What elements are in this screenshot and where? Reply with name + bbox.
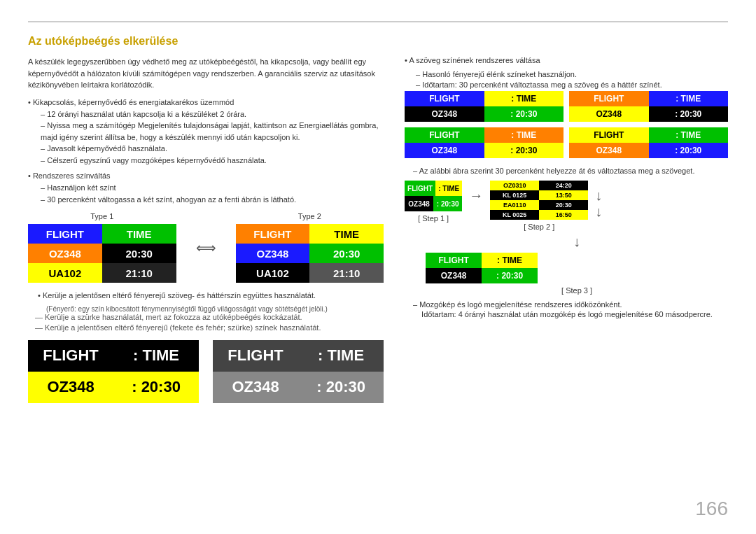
bidirectional-arrow-icon: ⟺ xyxy=(196,239,216,256)
sub-bullet-5: Használjon két színt xyxy=(28,182,384,194)
board-row: FLIGHT : TIME xyxy=(28,340,199,372)
mini-cell: OZ348 xyxy=(426,268,482,283)
big-cell-flight2: FLIGHT xyxy=(213,340,298,372)
step3-area: ↓ FLIGHT : TIME OZ348 : 20:30 [ Step 3 ] xyxy=(426,234,728,295)
section-title: Az utóképbeégés elkerülése xyxy=(28,35,728,48)
big-cell-2030-2: : 20:30 xyxy=(298,372,384,403)
bullet-szinvaltas: Rendszeres színváltás Használjon két szí… xyxy=(28,171,384,205)
mini-board-4: FLIGHT : TIME OZ348 : 20:30 xyxy=(569,127,728,158)
mini-cell: : TIME xyxy=(649,91,728,106)
step2-cell: 16:50 xyxy=(539,210,588,220)
mini-cell: FLIGHT xyxy=(405,91,484,106)
mini-cell: OZ348 xyxy=(405,196,433,211)
cell-flight-blue: FLIGHT xyxy=(28,224,102,244)
big-cell-flight: FLIGHT xyxy=(28,340,113,372)
content-row: A készülék legegyszerűbben úgy védhető m… xyxy=(28,56,728,403)
down-arrow-icon: ↓ xyxy=(426,234,728,250)
right-column: A szöveg színének rendszeres váltása Has… xyxy=(405,56,728,403)
step2-label: [ Step 2 ] xyxy=(490,223,588,231)
right-sub-2: Időtartam: 30 percenként változtassa meg… xyxy=(405,80,728,89)
board-row: OZ348 : 20:30 xyxy=(213,372,384,403)
type2-label: Type 2 xyxy=(236,212,384,220)
step2-board: OZ0310 24:20 KL 0125 13:50 EA0110 20:30 xyxy=(490,181,588,220)
mini-cell: FLIGHT xyxy=(569,127,648,143)
step1-board: FLIGHT : TIME OZ348 : 20:30 xyxy=(405,181,462,211)
cell-time-green2: 20:30 xyxy=(309,244,384,263)
mini-cell: OZ348 xyxy=(405,106,484,122)
right-bottom-note: Mozgókép és logó megjelenítése rendszere… xyxy=(405,300,728,309)
warn-row-1: Kerülje a szürke használatát, mert az fo… xyxy=(28,313,384,321)
mini-cell: : 20:30 xyxy=(484,143,564,158)
sub-bullet-3: Javasolt képernyővédő használata. xyxy=(28,143,384,155)
cell-ua-yellow: UA102 xyxy=(28,263,102,283)
arrow-down-icon: ↓ xyxy=(595,188,602,204)
bottom-boards-row: FLIGHT : TIME OZ348 : 20:30 FLIGHT : TIM… xyxy=(28,340,384,403)
step2-cell: KL 0125 xyxy=(490,190,539,200)
big-cell-oz: OZ348 xyxy=(28,372,113,403)
type1-block: Type 1 FLIGHT TIME OZ348 20:30 UA102 21: xyxy=(28,212,176,283)
big-board-1: FLIGHT : TIME OZ348 : 20:30 xyxy=(28,340,199,403)
mini-cell: : 20:30 xyxy=(433,196,462,211)
step2-cell: 20:30 xyxy=(539,200,588,210)
big-board-2: FLIGHT : TIME OZ348 : 20:30 xyxy=(213,340,384,403)
cell-time-yellow: TIME xyxy=(309,224,384,244)
step3-board: FLIGHT : TIME OZ348 : 20:30 xyxy=(426,253,538,283)
mini-cell: FLIGHT xyxy=(569,91,648,106)
mini-cell: OZ348 xyxy=(569,106,648,122)
board-row: OZ348 20:30 xyxy=(28,244,176,263)
arrow-down-icon2: ↓ xyxy=(595,204,602,220)
cell-oz-blue: OZ348 xyxy=(236,244,310,263)
step3-label: [ Step 3 ] xyxy=(426,286,728,295)
board-row: FLIGHT TIME xyxy=(236,224,384,244)
arrow-area: ⟺ xyxy=(190,212,222,283)
step2-block: OZ0310 24:20 KL 0125 13:50 EA0110 20:30 xyxy=(490,181,588,231)
left-column: A készülék legegyszerűbben úgy védhető m… xyxy=(28,56,384,403)
page-number: 166 xyxy=(695,498,728,520)
top-separator xyxy=(28,21,728,22)
cell-time-dark: 21:10 xyxy=(102,263,176,283)
mini-cell: FLIGHT xyxy=(405,181,435,196)
big-cell-2030: : 20:30 xyxy=(113,372,199,403)
step-note: Az alábbi ábra szerint 30 percenként hel… xyxy=(405,167,728,175)
sub-bullet-6: 30 percenként váltogassa a két színt, ah… xyxy=(28,194,384,206)
double-down-arrow-icon: ↓ ↓ xyxy=(595,181,602,220)
type1-label: Type 1 xyxy=(28,212,176,220)
cell-oz-orange: OZ348 xyxy=(28,244,102,263)
step2-cell: KL 0025 xyxy=(490,210,539,220)
bullet-title-2: Rendszeres színváltás xyxy=(28,171,384,180)
mini-cell: : 20:30 xyxy=(484,106,564,122)
type1-board: FLIGHT TIME OZ348 20:30 UA102 21:10 xyxy=(28,224,176,283)
mini-board-1: FLIGHT : TIME OZ348 : 20:30 xyxy=(405,91,564,122)
step2-cell: OZ0310 xyxy=(490,181,539,190)
mini-cell: FLIGHT xyxy=(405,127,484,143)
mini-cell: : TIME xyxy=(482,253,538,268)
big-cell-time: : TIME xyxy=(113,340,199,372)
big-cell-oz2: OZ348 xyxy=(213,372,298,403)
mini-cell: : TIME xyxy=(484,91,564,106)
mini-cell: : TIME xyxy=(435,181,462,196)
mini-cell: : TIME xyxy=(484,127,564,143)
warn-paren: (Fényerő: egy szín kibocsátott fénymenny… xyxy=(28,305,384,313)
cell-time-black: 20:30 xyxy=(102,244,176,263)
step2-cell: EA0110 xyxy=(490,200,539,210)
page: Az utóképbeégés elkerülése A készülék le… xyxy=(0,0,756,431)
step2-cell: 13:50 xyxy=(539,190,588,200)
type2-block: Type 2 FLIGHT TIME OZ348 20:30 UA102 21: xyxy=(236,212,384,283)
mini-cell: : 20:30 xyxy=(482,268,538,283)
type2-board: FLIGHT TIME OZ348 20:30 UA102 21:10 xyxy=(236,224,384,283)
warn-bullet-1: Kerülje a jelentősen eltérő fényerejű sz… xyxy=(28,290,384,302)
step1-block: FLIGHT : TIME OZ348 : 20:30 [ Step 1 ] xyxy=(405,181,462,223)
mini-cell: : 20:30 xyxy=(649,106,728,122)
steps-area: FLIGHT : TIME OZ348 : 20:30 [ Step 1 ] → xyxy=(405,181,728,231)
board-row: OZ348 20:30 xyxy=(236,244,384,263)
bullet-kikapcsolas: Kikapcsolás, képernyővédő és energiataka… xyxy=(28,98,384,167)
cell-time-green: TIME xyxy=(102,224,176,244)
mini-cell: : TIME xyxy=(649,127,728,143)
right-sub-1: Hasonló fényerejű élénk színeket használ… xyxy=(405,70,728,78)
mini-cell: OZ348 xyxy=(569,143,648,158)
bullet-title-1: Kikapcsolás, képernyővédő és energiataka… xyxy=(28,98,384,106)
board-row: UA102 21:10 xyxy=(28,263,176,283)
big-cell-time2: : TIME xyxy=(298,340,384,372)
types-row: Type 1 FLIGHT TIME OZ348 20:30 UA102 21: xyxy=(28,212,384,283)
board-row: UA102 21:10 xyxy=(236,263,384,283)
